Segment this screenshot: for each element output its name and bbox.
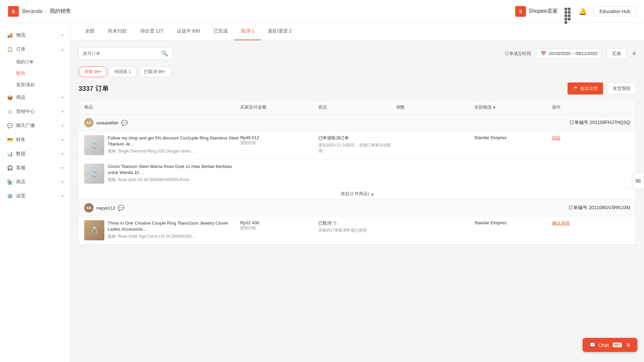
sidebar-item-my-orders[interactable]: 我的订单 [16, 56, 70, 68]
sidebar-item-customer[interactable]: 🎧 客服 ▾ [0, 161, 70, 175]
date-range-value: 10/10/2020 – 09/11/2020 [549, 51, 597, 56]
sub-tab-cancelled[interactable]: 已取消 99+ [138, 66, 171, 77]
sidebar-item-data[interactable]: 📊 数据 ▾ [0, 147, 70, 161]
header-logo: S [8, 6, 19, 17]
product-details: Cincin Titanium Steel Warna Rose Gold x1… [108, 164, 240, 184]
chat-icon: 💬 [589, 342, 596, 348]
sidebar-item-settings[interactable]: ⚙️ 设置 ▾ [0, 189, 70, 203]
breadcrumb-home[interactable]: Beranda [22, 8, 43, 14]
user-chat-icon[interactable]: 💬 [118, 205, 124, 211]
col-product: 商品 [84, 104, 240, 110]
sidebar-label-marketing: 营销中心 [16, 109, 35, 115]
header: S Beranda › 我的销售 S Shopee卖家 🔔 Education … [0, 0, 644, 23]
table-row: 💍 Cincin Titanium Steel Warna Rose Gold … [79, 160, 636, 188]
sidebar-item-shop[interactable]: 🏪 商店 ▾ [0, 175, 70, 189]
chat-icon: 💬 [7, 123, 13, 129]
search-input[interactable] [83, 51, 161, 56]
chat-badge: 99+ [613, 343, 622, 347]
col-logistics[interactable]: 全部物流 ▾ [474, 104, 552, 110]
sub-tab-all[interactable]: 全部 99+ [78, 66, 107, 77]
product-image: 💍 [84, 164, 104, 184]
shop-icon: 🏪 [7, 179, 13, 185]
chevron-down-icon: ▾ [61, 33, 63, 38]
search-box[interactable]: 🔍 [78, 47, 172, 60]
order-header: 3337 订单 📦 批次出货 发货预报 [78, 82, 636, 95]
sidebar-item-marketing[interactable]: ◎ 营销中心 ▾ [0, 105, 70, 119]
product-image: 💍 [84, 220, 104, 240]
breadcrumb-separator: › [45, 8, 47, 14]
order-count: 3337 订单 [78, 84, 109, 93]
collapse-row[interactable]: 收起(2 件商品) ▴ [79, 188, 636, 199]
col-status: 状态 [318, 104, 396, 110]
list-view-icon[interactable]: ≡ [632, 50, 636, 57]
chevron-down-icon: ▾ [61, 137, 63, 142]
sidebar-label-customer: 客服 [16, 165, 25, 171]
education-hub-button[interactable]: Education Hub [594, 6, 636, 16]
sidebar-item-cancel[interactable]: 取消 [16, 68, 70, 79]
data-icon: 📊 [7, 151, 13, 157]
product-info: 💍 Follow my shop and get 5% discount Cox… [84, 135, 240, 155]
action-cell: 确认详情 [552, 220, 630, 226]
main-layout: 🚚 物流 ▾ 📋 订单 ▴ 我的订单 取消 退货/退款 📦 商品 ▾ [0, 23, 644, 362]
avatar: NA [84, 203, 94, 213]
search-icon[interactable]: 🔍 [161, 50, 168, 57]
forecast-button[interactable]: 发货预报 [607, 82, 636, 95]
tab-pending[interactable]: 待出货 127 [133, 23, 170, 40]
tab-cancel[interactable]: 取消 1 [234, 23, 261, 40]
sub-tab-pending-reply[interactable]: 待回应 1 [109, 66, 137, 77]
sidebar-item-logistics[interactable]: 🚚 物流 ▾ [0, 28, 70, 42]
table-row: 💍 Follow my shop and get 5% discount Cox… [79, 131, 636, 160]
product-image: 💍 [84, 135, 104, 155]
batch-ship-button[interactable]: 📦 批次出货 [568, 82, 603, 95]
sidebar-item-refund[interactable]: 退货/退款 [16, 79, 70, 90]
table-header: 商品 买家应付金额 状态 倒数 全部物流 ▾ 操作 [79, 100, 636, 115]
user-name: aslaalatifah [96, 120, 118, 125]
seller-logo-icon: S [515, 6, 526, 17]
confirm-button[interactable]: 确认详情 [552, 221, 570, 226]
chevron-up-icon: ▴ [371, 191, 374, 196]
status-cell: 已申请取消订单 请在2020-11-10回应，否则订单将自动取消。 [318, 135, 396, 154]
status-note: 请在2020-11-10回应，否则订单将自动取消。 [318, 142, 396, 154]
tab-all[interactable]: 全部 [78, 23, 101, 40]
orders-submenu: 我的订单 取消 退货/退款 [0, 56, 70, 90]
avatar: AS [84, 118, 94, 127]
date-range-picker[interactable]: 📅 10/10/2020 – 09/11/2020 [536, 49, 602, 58]
tab-unpaid[interactable]: 尚未付款 [101, 23, 133, 40]
export-button[interactable]: 汇出 [607, 48, 627, 59]
product-details: Follow my shop and get 5% discount Cox1u… [108, 135, 240, 155]
grid-apps-icon[interactable] [565, 8, 572, 15]
sidebar-item-orders[interactable]: 📋 订单 ▴ [0, 42, 70, 56]
reply-button[interactable]: 回应 [552, 135, 561, 140]
chevron-down-icon: ▾ [61, 166, 63, 170]
user-chat-icon[interactable]: 💬 [121, 120, 128, 126]
sidebar-item-finance[interactable]: 💳 财务 ▾ [0, 133, 70, 147]
search-filter-row: 🔍 订单成立时间 📅 10/10/2020 – 09/11/2020 汇出 ≡ [78, 47, 636, 60]
tab-refund[interactable]: 退款/退货 2 [261, 23, 299, 40]
product-name: Follow my shop and get 5% discount Cox1u… [108, 135, 240, 147]
main-content: 全部 尚未付款 待出货 127 运送中 630 已完成 取消 1 退款/退货 2… [70, 23, 644, 362]
chevron-down-icon: ▾ [61, 123, 63, 128]
tab-completed[interactable]: 已完成 [207, 23, 234, 40]
status-cell: 已取消 ? 买家的订单取消申请已接受 [318, 220, 396, 233]
filter-right: 订单成立时间 📅 10/10/2020 – 09/11/2020 汇出 ≡ [505, 48, 636, 59]
chat-float-button[interactable]: 💬 Chat 99+ ⏸ [583, 338, 637, 352]
product-info: 💍 Three In One Creative Couple Ring Tita… [84, 220, 240, 240]
sidebar-label-logistics: 物流 [16, 32, 25, 38]
price-label: 货到付款 [240, 140, 318, 146]
sidebar-item-chat[interactable]: 💬 聊天广播 ▾ [0, 119, 70, 133]
order-id-label: 订单编号 [569, 205, 589, 210]
product-spec: 规格: Rose Gold,Tiga Cincin,US 5# [S00093S… [108, 234, 240, 239]
sidebar-item-products[interactable]: 📦 商品 ▾ [0, 90, 70, 105]
ship-icon: 📦 [573, 86, 578, 91]
shipping-cell: Standar Ekspres [474, 220, 552, 225]
price-cell: Rp46.512 货到付款 [240, 135, 318, 146]
info-icon[interactable]: ? [332, 221, 337, 225]
order-actions: 📦 批次出货 发货预报 [568, 82, 636, 95]
seller-name: Shopee卖家 [529, 8, 558, 15]
mail-side-button[interactable]: ✉ [632, 173, 644, 189]
order-user-row: AS aslaalatifah 💬 订单编号 201108FHJ7HQSQ [79, 115, 636, 131]
chevron-down-icon: ▾ [61, 109, 63, 114]
notification-bell-icon[interactable]: 🔔 [579, 7, 587, 15]
tab-shipping[interactable]: 运送中 630 [170, 23, 207, 40]
tabs-nav: 全部 尚未付款 待出货 127 运送中 630 已完成 取消 1 退款/退货 2 [70, 23, 644, 41]
